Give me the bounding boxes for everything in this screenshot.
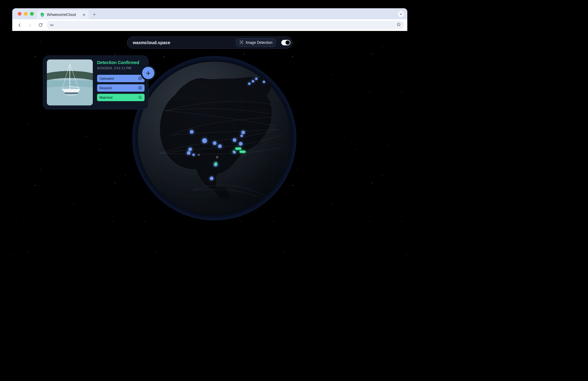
theme-toggle[interactable] (281, 40, 291, 45)
address-bar[interactable] (47, 21, 404, 29)
status-uploaded: Uploaded (97, 75, 145, 82)
reload-button[interactable] (36, 21, 45, 29)
svg-rect-11 (65, 93, 78, 93)
detection-meta: Detection Confirmed 9/23/2024, 3:51:11 P… (97, 59, 145, 105)
top-nav: wasmcloud.space Image Detection (127, 36, 292, 49)
forward-button[interactable] (26, 21, 34, 29)
status-label: Matched (100, 96, 112, 99)
tab-list-button[interactable] (398, 11, 404, 17)
detection-thumbnail (47, 59, 93, 105)
status-matched: Matched (97, 94, 145, 101)
detection-timestamp: 9/23/2024, 3:51:11 PM (97, 66, 145, 70)
focus-icon (239, 40, 243, 45)
add-button[interactable]: + (142, 67, 154, 79)
check-circle-icon (138, 76, 142, 81)
plus-icon: + (146, 68, 150, 78)
mode-chip[interactable]: Image Detection (236, 38, 276, 47)
detection-card: Detection Confirmed 9/23/2024, 3:51:11 P… (43, 55, 149, 109)
brand-label: wasmcloud.space (133, 40, 170, 45)
favicon-icon (40, 12, 45, 17)
window-close-icon[interactable] (18, 12, 21, 16)
svg-point-3 (241, 42, 242, 43)
status-resized: Resized (97, 84, 145, 92)
page-viewport: wasmcloud.space Image Detection (12, 31, 407, 256)
check-circle-icon (138, 86, 142, 90)
status-label: Uploaded (100, 77, 114, 80)
svg-rect-0 (50, 25, 52, 25)
search-check-icon (138, 95, 142, 100)
detection-title: Detection Confirmed (97, 60, 145, 65)
browser-tab-active[interactable]: WAwesomeCloud ✕ (37, 10, 89, 19)
svg-point-12 (139, 77, 142, 80)
browser-window: WAwesomeCloud ✕ ＋ (12, 8, 407, 256)
window-zoom-icon[interactable] (30, 12, 34, 16)
new-tab-button[interactable]: ＋ (90, 10, 99, 19)
svg-point-13 (139, 86, 142, 89)
site-controls-icon[interactable] (50, 23, 55, 28)
status-label: Resized (100, 86, 112, 90)
bookmark-icon[interactable] (396, 22, 401, 28)
browser-toolbar (12, 19, 407, 31)
mode-label: Image Detection (246, 40, 272, 45)
tab-title: WAwesomeCloud (47, 13, 76, 17)
tab-close-icon[interactable]: ✕ (82, 13, 86, 17)
back-button[interactable] (15, 21, 24, 29)
tab-strip: WAwesomeCloud ✕ ＋ (12, 8, 407, 19)
window-controls (15, 8, 37, 19)
window-minimize-icon[interactable] (24, 12, 28, 16)
